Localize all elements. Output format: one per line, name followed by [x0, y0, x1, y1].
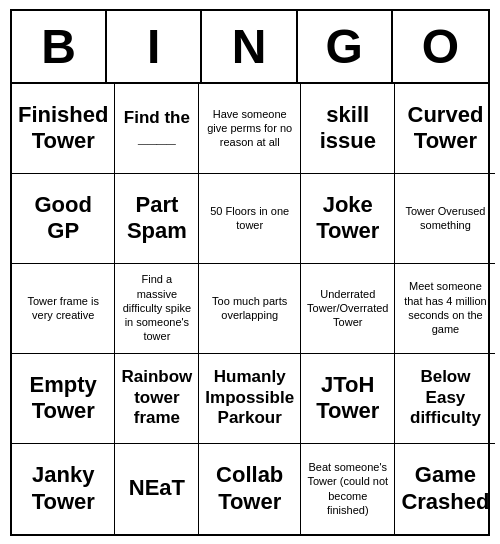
- bingo-cell-10: Tower frame is very creative: [12, 264, 115, 354]
- cell-text-5: Good GP: [18, 192, 108, 245]
- cell-text-2: Have someone give perms for no reason at…: [205, 107, 294, 150]
- cell-text-23: Beat someone's Tower (could not become f…: [307, 460, 388, 517]
- cell-text-0: Finished Tower: [18, 102, 108, 155]
- cell-text-1: Find the ____: [121, 108, 192, 149]
- cell-text-4: Curved Tower: [401, 102, 489, 155]
- cell-text-22: Collab Tower: [205, 462, 294, 515]
- bingo-letter-o: O: [393, 11, 488, 82]
- bingo-letter-n: N: [202, 11, 297, 82]
- bingo-cell-21: NEaT: [115, 444, 199, 534]
- cell-text-21: NEaT: [129, 475, 185, 501]
- bingo-cell-1: Find the ____: [115, 84, 199, 174]
- bingo-cell-4: Curved Tower: [395, 84, 495, 174]
- cell-text-10: Tower frame is very creative: [18, 294, 108, 323]
- bingo-cell-8: Joke Tower: [301, 174, 395, 264]
- bingo-cell-22: Collab Tower: [199, 444, 301, 534]
- bingo-cell-19: Below Easy difficulty: [395, 354, 495, 444]
- bingo-card: BINGO Finished TowerFind the ____Have so…: [10, 9, 490, 536]
- bingo-letter-b: B: [12, 11, 107, 82]
- bingo-cell-16: Rainbow tower frame: [115, 354, 199, 444]
- cell-text-18: JToH Tower: [307, 372, 388, 425]
- bingo-cell-0: Finished Tower: [12, 84, 115, 174]
- cell-text-3: skill issue: [307, 102, 388, 155]
- bingo-cell-12: Too much parts overlapping: [199, 264, 301, 354]
- bingo-cell-9: Tower Overused something: [395, 174, 495, 264]
- bingo-letter-i: I: [107, 11, 202, 82]
- cell-text-24: Game Crashed: [401, 462, 489, 515]
- cell-text-9: Tower Overused something: [401, 204, 489, 233]
- cell-text-14: Meet someone that has 4 million seconds …: [401, 279, 489, 336]
- bingo-cell-3: skill issue: [301, 84, 395, 174]
- bingo-cell-14: Meet someone that has 4 million seconds …: [395, 264, 495, 354]
- bingo-header: BINGO: [12, 11, 488, 84]
- cell-text-12: Too much parts overlapping: [205, 294, 294, 323]
- cell-text-16: Rainbow tower frame: [121, 367, 192, 428]
- bingo-cell-24: Game Crashed: [395, 444, 495, 534]
- bingo-letter-g: G: [298, 11, 393, 82]
- bingo-cell-2: Have someone give perms for no reason at…: [199, 84, 301, 174]
- cell-text-13: Underrated Tower/Overrated Tower: [307, 287, 388, 330]
- cell-text-20: Janky Tower: [18, 462, 108, 515]
- bingo-cell-6: Part Spam: [115, 174, 199, 264]
- bingo-cell-13: Underrated Tower/Overrated Tower: [301, 264, 395, 354]
- bingo-cell-20: Janky Tower: [12, 444, 115, 534]
- cell-text-11: Find a massive difficulty spike in someo…: [121, 272, 192, 343]
- bingo-cell-18: JToH Tower: [301, 354, 395, 444]
- cell-text-7: 50 Floors in one tower: [205, 204, 294, 233]
- bingo-cell-7: 50 Floors in one tower: [199, 174, 301, 264]
- cell-text-15: Empty Tower: [18, 372, 108, 425]
- bingo-cell-17: Humanly Impossible Parkour: [199, 354, 301, 444]
- bingo-cell-11: Find a massive difficulty spike in someo…: [115, 264, 199, 354]
- bingo-cell-23: Beat someone's Tower (could not become f…: [301, 444, 395, 534]
- bingo-cell-15: Empty Tower: [12, 354, 115, 444]
- bingo-cell-5: Good GP: [12, 174, 115, 264]
- cell-text-19: Below Easy difficulty: [401, 367, 489, 428]
- cell-text-8: Joke Tower: [307, 192, 388, 245]
- cell-text-6: Part Spam: [121, 192, 192, 245]
- cell-text-17: Humanly Impossible Parkour: [205, 367, 294, 428]
- bingo-grid: Finished TowerFind the ____Have someone …: [12, 84, 488, 534]
